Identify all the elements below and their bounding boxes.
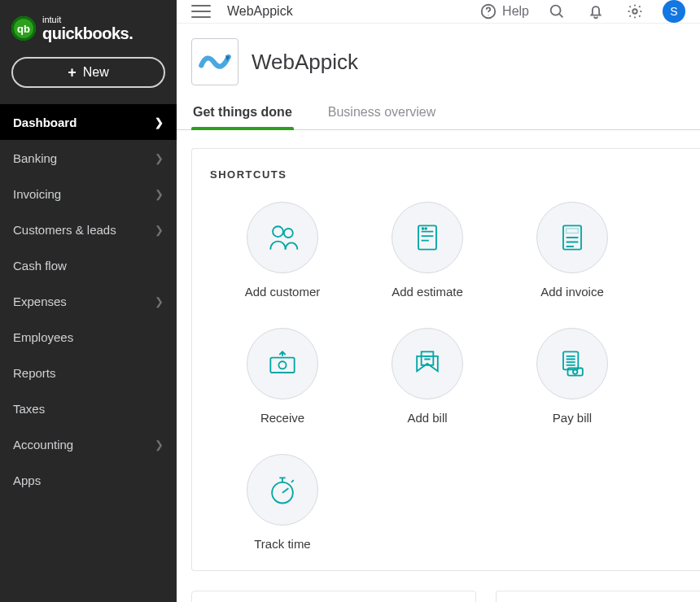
shortcut-add-customer[interactable]: Add customer — [210, 202, 355, 299]
sidebar-item-banking[interactable]: Banking❯ — [0, 140, 177, 176]
svg-point-2 — [551, 6, 561, 15]
receive-icon — [247, 328, 318, 399]
shortcuts-card: SHORTCUTS Add customerAdd estimateAdd in… — [191, 148, 700, 571]
svg-rect-11 — [270, 358, 294, 373]
sidebar: qb intuit quickbooks. + New Dashboard❯Ba… — [0, 0, 177, 602]
shortcut-label: Track time — [254, 537, 310, 551]
logo-mark-icon: qb — [11, 16, 36, 41]
sidebar-item-label: Banking — [13, 151, 57, 165]
sidebar-item-taxes[interactable]: Taxes — [0, 390, 177, 426]
help-label: Help — [502, 4, 529, 19]
sidebar-item-label: Employees — [13, 330, 73, 344]
bill-icon — [392, 328, 463, 399]
menu-toggle-icon[interactable] — [191, 2, 211, 21]
shortcut-label: Add invoice — [540, 285, 604, 299]
sidebar-item-cash-flow[interactable]: Cash flow — [0, 247, 177, 283]
svg-rect-14 — [563, 351, 578, 369]
search-icon[interactable] — [545, 0, 568, 23]
sidebar-item-employees[interactable]: Employees — [0, 319, 177, 355]
sidebar-item-reports[interactable]: Reports — [0, 355, 177, 390]
company-header: WebAppick — [177, 24, 700, 85]
sidebar-item-label: Reports — [13, 366, 56, 380]
svg-point-12 — [278, 361, 286, 369]
shortcut-pay-bill[interactable]: Pay bill — [500, 328, 645, 425]
tab-get-things-done[interactable]: Get things done — [191, 105, 294, 129]
sidebar-item-label: Customers & leads — [13, 223, 116, 237]
svg-point-5 — [284, 229, 293, 238]
svg-point-4 — [273, 226, 283, 237]
sidebar-item-expenses[interactable]: Expenses❯ — [0, 283, 177, 319]
sidebar-item-label: Accounting — [13, 438, 73, 452]
help-icon — [479, 2, 497, 20]
estimate-icon — [392, 202, 463, 273]
chevron-right-icon: ❯ — [155, 152, 164, 164]
help-link[interactable]: Help — [479, 2, 529, 20]
shortcut-label: Add estimate — [392, 285, 463, 299]
svg-point-16 — [573, 369, 578, 374]
sidebar-item-accounting[interactable]: Accounting❯ — [0, 426, 177, 462]
new-button[interactable]: + New — [11, 57, 165, 88]
new-button-label: New — [83, 65, 109, 80]
sidebar-item-label: Dashboard — [13, 116, 77, 129]
tab-business-overview[interactable]: Business overview — [326, 105, 438, 129]
topbar-title: WebAppick — [227, 4, 293, 19]
shortcut-label: Add bill — [407, 411, 447, 425]
chevron-right-icon: ❯ — [155, 188, 164, 200]
paybill-icon — [536, 328, 608, 399]
sidebar-nav: Dashboard❯Banking❯Invoicing❯Customers & … — [0, 104, 177, 498]
chevron-right-icon: ❯ — [155, 224, 164, 236]
svg-point-3 — [632, 9, 637, 14]
company-name: WebAppick — [252, 50, 358, 75]
logo-brand: quickbooks. — [42, 24, 133, 42]
sidebar-item-label: Expenses — [13, 294, 67, 308]
svg-point-8 — [425, 228, 427, 229]
chevron-right-icon: ❯ — [155, 116, 164, 129]
shortcut-receive[interactable]: Receive — [210, 328, 355, 425]
sidebar-item-invoicing[interactable]: Invoicing❯ — [0, 176, 177, 212]
sidebar-item-label: Taxes — [13, 402, 45, 416]
notifications-icon[interactable] — [584, 0, 607, 23]
main: WebAppick Help S WebAppick Get things do… — [177, 0, 700, 602]
shortcut-add-bill[interactable]: Add bill — [355, 328, 500, 425]
shortcut-add-estimate[interactable]: Add estimate — [355, 202, 500, 299]
shortcut-track-time[interactable]: Track time — [210, 454, 355, 551]
chevron-right-icon: ❯ — [155, 295, 164, 308]
settings-icon[interactable] — [623, 0, 646, 23]
topbar: WebAppick Help S — [177, 0, 700, 24]
sidebar-item-dashboard[interactable]: Dashboard❯ — [0, 104, 177, 140]
chevron-right-icon: ❯ — [155, 438, 164, 451]
svg-point-7 — [422, 228, 424, 229]
plus-icon: + — [68, 64, 77, 81]
logo-parent: intuit — [42, 15, 133, 24]
sidebar-item-customers-leads[interactable]: Customers & leads❯ — [0, 212, 177, 247]
sidebar-item-label: Cash flow — [13, 259, 67, 273]
tabs: Get things doneBusiness overview — [177, 85, 700, 130]
shortcut-label: Pay bill — [553, 411, 592, 425]
shortcut-add-invoice[interactable]: Add invoice — [500, 202, 645, 299]
logo-text: intuit quickbooks. — [42, 15, 133, 42]
bank-accounts-card: BANK ACCOUNTS Cash and cash equivalents — [496, 591, 700, 602]
people-icon — [247, 202, 318, 273]
sidebar-item-label: Apps — [13, 473, 41, 487]
company-logo-icon — [191, 38, 238, 85]
invoice-icon — [536, 202, 608, 273]
sidebar-item-apps[interactable]: Apps — [0, 462, 177, 498]
content: SHORTCUTS Add customerAdd estimateAdd in… — [177, 130, 700, 602]
shortcuts-grid: Add customerAdd estimateAdd invoiceRecei… — [210, 202, 682, 551]
shortcut-label: Receive — [260, 411, 304, 425]
discover-card: DISCOVER MORE — [191, 591, 476, 602]
logo: qb intuit quickbooks. — [0, 0, 177, 50]
sidebar-item-label: Invoicing — [13, 187, 61, 201]
shortcuts-heading: SHORTCUTS — [210, 168, 682, 181]
svg-rect-6 — [418, 225, 436, 249]
stopwatch-icon — [247, 454, 318, 526]
svg-rect-10 — [567, 229, 579, 233]
shortcut-label: Add customer — [245, 285, 321, 299]
avatar[interactable]: S — [663, 0, 685, 23]
svg-point-1 — [488, 15, 489, 15]
